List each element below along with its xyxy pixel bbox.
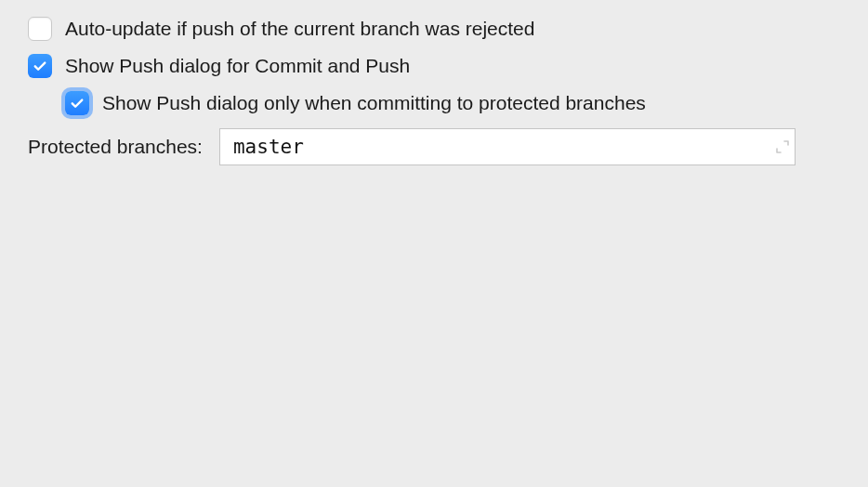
show-push-dialog-protected-label[interactable]: Show Push dialog only when committing to… <box>102 91 646 114</box>
auto-update-label[interactable]: Auto-update if push of the current branc… <box>65 17 534 40</box>
checkmark-icon <box>69 95 85 112</box>
show-push-dialog-protected-checkbox[interactable] <box>65 91 89 115</box>
expand-icon[interactable] <box>775 139 790 154</box>
protected-branches-label: Protected branches: <box>28 136 203 158</box>
show-push-dialog-checkbox[interactable] <box>28 54 52 78</box>
auto-update-checkbox[interactable] <box>28 17 52 41</box>
show-push-dialog-label[interactable]: Show Push dialog for Commit and Push <box>65 54 410 77</box>
checkmark-icon <box>32 58 48 74</box>
protected-branches-input[interactable] <box>219 128 796 165</box>
